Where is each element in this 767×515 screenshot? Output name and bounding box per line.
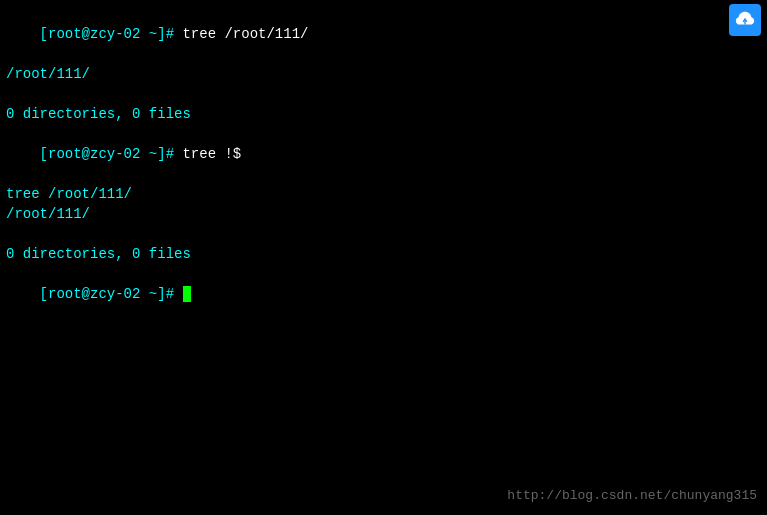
terminal-line-7: /root/111/: [6, 204, 761, 224]
command-1: tree /root/111/: [182, 26, 308, 42]
csdn-logo-svg: [734, 9, 756, 31]
terminal: [root@zcy-02 ~]# tree /root/111/ /root/1…: [0, 0, 767, 515]
prompt-2: [root@zcy-02 ~]#: [40, 146, 183, 162]
terminal-line-4: 0 directories, 0 files: [6, 104, 761, 124]
terminal-line-6: tree /root/111/: [6, 184, 761, 204]
watermark: http://blog.csdn.net/chunyang315: [507, 488, 757, 503]
terminal-empty-1: [6, 84, 761, 104]
terminal-empty-2: [6, 224, 761, 244]
terminal-line-10: [root@zcy-02 ~]#: [6, 264, 761, 324]
prompt-3: [root@zcy-02 ~]#: [40, 286, 183, 302]
terminal-line-1: [root@zcy-02 ~]# tree /root/111/: [6, 4, 761, 64]
terminal-line-2: /root/111/: [6, 64, 761, 84]
command-2: tree !$: [182, 146, 241, 162]
terminal-line-9: 0 directories, 0 files: [6, 244, 761, 264]
prompt-1: [root@zcy-02 ~]#: [40, 26, 183, 42]
csdn-logo: [729, 4, 761, 36]
cursor: [183, 286, 191, 302]
terminal-line-5: [root@zcy-02 ~]# tree !$: [6, 124, 761, 184]
